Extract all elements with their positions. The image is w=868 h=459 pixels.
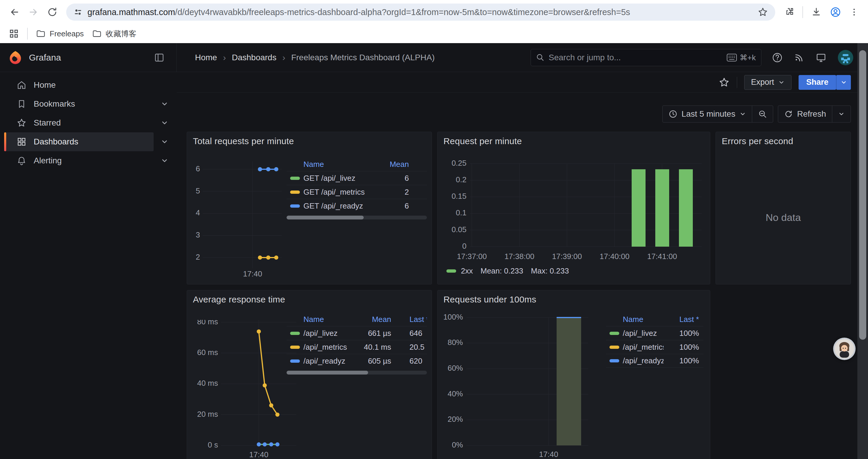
legend-row[interactable]: /api/_readyz100% bbox=[606, 354, 704, 368]
refresh-interval-button[interactable] bbox=[832, 106, 850, 122]
svg-text:0: 0 bbox=[462, 241, 466, 251]
legend-scrollbar[interactable] bbox=[286, 216, 427, 220]
svg-text:6: 6 bbox=[196, 164, 200, 173]
browser-back-button[interactable] bbox=[6, 4, 23, 20]
sidebar-item-label: Starred bbox=[34, 118, 61, 128]
address-bar[interactable]: grafana.mathmast.com/d/deytv4rwavabkb/fr… bbox=[66, 4, 775, 21]
refresh-button[interactable]: Refresh bbox=[778, 106, 832, 122]
page-scrollbar[interactable] bbox=[857, 43, 868, 459]
sidebar-item-starred[interactable]: Starred bbox=[4, 113, 154, 132]
mega-menu-toggle-icon[interactable] bbox=[154, 52, 164, 63]
back-arrow-icon bbox=[8, 6, 20, 18]
sidebar-row-dashboards: Dashboards bbox=[0, 132, 177, 151]
bookmark-folder-label: 收藏博客 bbox=[106, 29, 136, 39]
total-requests-legend: NameMeanGET /api/_livez6GET /api/_metric… bbox=[286, 157, 427, 220]
legend-row[interactable]: /api/_metrics40.1 ms20.5 m bbox=[286, 340, 427, 354]
legend-header-row[interactable]: NameMean bbox=[286, 157, 427, 171]
grafana-logo-icon[interactable] bbox=[8, 51, 23, 65]
panel-title[interactable]: Average response time bbox=[193, 294, 285, 304]
forward-arrow-icon bbox=[28, 6, 39, 18]
average-response-legend: NameMeanLast */api/_livez661 µs646/api/_… bbox=[286, 313, 427, 374]
browser-forward-button[interactable] bbox=[25, 4, 41, 20]
toolbar-divider bbox=[802, 6, 803, 18]
clock-icon bbox=[669, 109, 677, 119]
scrollbar-thumb[interactable] bbox=[859, 50, 866, 340]
search-shortcut: ⌘+k bbox=[727, 53, 756, 62]
assistant-avatar[interactable] bbox=[833, 338, 856, 360]
breadcrumb-dashboards[interactable]: Dashboards bbox=[232, 53, 277, 62]
time-range-label: Last 5 minutes bbox=[682, 109, 735, 119]
site-settings-icon[interactable] bbox=[73, 7, 83, 17]
share-button[interactable]: Share bbox=[799, 75, 836, 90]
zoom-out-button[interactable] bbox=[752, 106, 773, 122]
svg-text:60 ms: 60 ms bbox=[197, 348, 218, 357]
menu-dots-icon[interactable] bbox=[849, 7, 859, 17]
chevron-down-icon bbox=[840, 79, 847, 86]
reload-icon bbox=[46, 6, 58, 18]
search-bar[interactable]: ⌘+k bbox=[531, 49, 761, 66]
search-input[interactable] bbox=[549, 53, 723, 62]
sidebar-item-label: Dashboards bbox=[34, 137, 78, 146]
legend-row[interactable]: /api/_livez661 µs646 bbox=[286, 326, 427, 340]
svg-text:17:37:00: 17:37:00 bbox=[457, 252, 487, 261]
chevron-down-icon[interactable] bbox=[161, 119, 168, 127]
panel-title[interactable]: Errors per second bbox=[722, 136, 793, 146]
folder-icon bbox=[36, 29, 45, 38]
help-icon[interactable] bbox=[772, 52, 783, 63]
favorite-star-icon[interactable] bbox=[718, 77, 730, 88]
sidebar-item-dashboards[interactable]: Dashboards bbox=[4, 132, 154, 151]
share-menu-button[interactable] bbox=[836, 75, 851, 90]
no-data-message: No data bbox=[716, 212, 850, 223]
panel-title[interactable]: Total requests per minute bbox=[193, 136, 294, 146]
panel-title[interactable]: Requests under 100ms bbox=[443, 294, 536, 304]
news-rss-icon[interactable] bbox=[794, 52, 805, 63]
refresh-group: Refresh bbox=[778, 105, 851, 123]
user-avatar-icon[interactable] bbox=[837, 49, 854, 66]
request-per-minute-chart[interactable]: 0.250.20.150.10.05017:37:0017:38:0017:39… bbox=[440, 160, 706, 278]
legend-header-row[interactable]: NameMeanLast * bbox=[286, 313, 427, 326]
export-button[interactable]: Export bbox=[744, 75, 792, 90]
legend-row[interactable]: GET /api/_metrics2 bbox=[286, 185, 427, 199]
bookmark-folder-freeleaps[interactable]: Freeleaps bbox=[36, 29, 84, 38]
legend-mean: Mean: 0.233 bbox=[480, 266, 523, 275]
svg-text:3: 3 bbox=[196, 230, 200, 239]
bookmark-star-icon[interactable] bbox=[757, 7, 768, 18]
bookmarks-bar: Freeleaps 收藏博客 bbox=[0, 24, 868, 43]
svg-text:60%: 60% bbox=[447, 364, 463, 372]
profile-icon[interactable] bbox=[830, 6, 841, 18]
brand-name[interactable]: Grafana bbox=[29, 53, 61, 63]
grafana-top-nav: Grafana Home › Dashboards › Freeleaps Me… bbox=[0, 43, 868, 72]
legend-row[interactable]: /api/_readyz605 µs620 bbox=[286, 354, 427, 368]
sidebar-item-label: Alerting bbox=[34, 156, 62, 165]
folder-icon bbox=[92, 29, 102, 38]
requests-under-100ms-chart[interactable]: 100%80%60%40%20%0%17:40 bbox=[440, 313, 606, 459]
legend-row[interactable]: /api/_livez100% bbox=[606, 326, 704, 340]
sidebar-item-bookmarks[interactable]: Bookmarks bbox=[4, 95, 154, 113]
chevron-down-icon[interactable] bbox=[161, 100, 168, 108]
sidebar-row-starred: Starred bbox=[0, 113, 177, 132]
sidebar-item-home[interactable]: Home bbox=[4, 76, 154, 95]
sidebar-item-label: Home bbox=[34, 80, 56, 90]
monitor-icon[interactable] bbox=[815, 52, 827, 63]
browser-reload-button[interactable] bbox=[44, 4, 60, 20]
legend-row[interactable]: /api/_metrics100% bbox=[606, 340, 704, 354]
rpm-legend[interactable]: 2xx Mean: 0.233 Max: 0.233 bbox=[446, 266, 577, 275]
svg-text:5: 5 bbox=[196, 186, 200, 195]
time-range-picker[interactable]: Last 5 minutes bbox=[663, 106, 752, 122]
shortcut-label: ⌘+k bbox=[740, 53, 756, 62]
panel-title[interactable]: Request per minute bbox=[443, 136, 522, 146]
nav-icons bbox=[772, 43, 854, 72]
apps-grid-icon[interactable] bbox=[9, 29, 19, 39]
sidebar-item-alerting[interactable]: Alerting bbox=[4, 151, 154, 170]
chevron-down-icon[interactable] bbox=[161, 157, 168, 165]
bookmark-folder-blogs[interactable]: 收藏博客 bbox=[92, 29, 136, 39]
legend-header-row[interactable]: NameLast * bbox=[606, 313, 704, 326]
legend-scrollbar[interactable] bbox=[286, 371, 427, 374]
legend-row[interactable]: GET /api/_readyz6 bbox=[286, 199, 427, 213]
chevron-down-icon[interactable] bbox=[161, 138, 168, 145]
breadcrumb-separator: › bbox=[282, 53, 285, 63]
download-icon[interactable] bbox=[811, 6, 822, 18]
extensions-icon[interactable] bbox=[783, 6, 795, 18]
legend-row[interactable]: GET /api/_livez6 bbox=[286, 171, 427, 185]
breadcrumb-home[interactable]: Home bbox=[195, 53, 217, 62]
